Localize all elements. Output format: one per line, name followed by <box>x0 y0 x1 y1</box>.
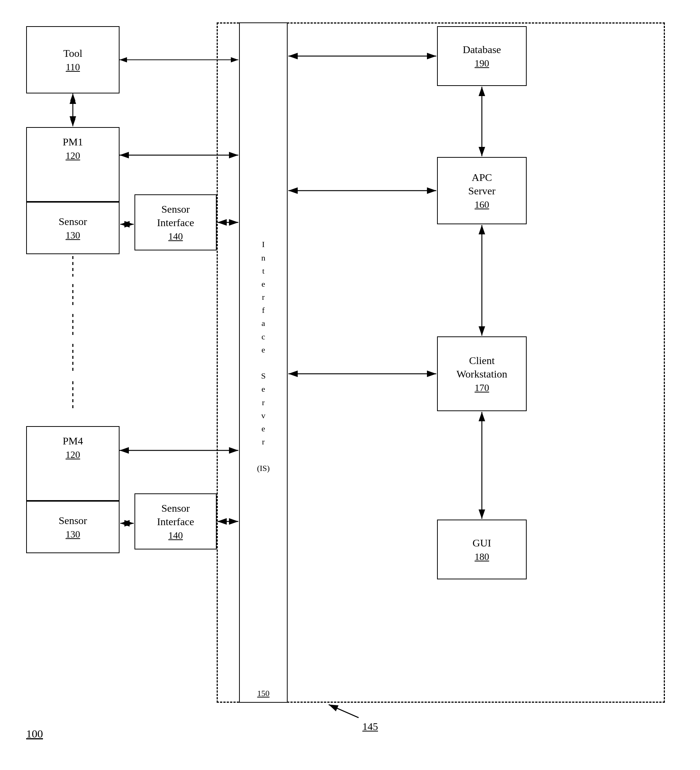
sensor1-box: Sensor 130 <box>26 202 119 254</box>
sensor1-number: 130 <box>66 230 80 241</box>
client-workstation-box: ClientWorkstation 170 <box>437 336 527 411</box>
pm1-box: PM1 120 <box>26 127 119 202</box>
interface-server-number: 150 <box>257 689 270 698</box>
pm1-label: PM1 <box>63 135 83 149</box>
pm1-number: 120 <box>66 150 80 162</box>
gui-box: GUI 180 <box>437 519 527 579</box>
apc-server-label: APCServer <box>468 171 495 198</box>
sensor-interface1-label: SensorInterface <box>157 202 194 230</box>
tool-box: Tool 110 <box>26 26 119 94</box>
sensor4-label: Sensor <box>59 514 87 527</box>
pm4-label: PM4 <box>63 434 83 448</box>
interface-server-text: InterfaceServer(IS) <box>257 27 270 686</box>
client-workstation-label: ClientWorkstation <box>456 354 507 381</box>
sensor-interface1-box: SensorInterface 140 <box>134 194 217 251</box>
interface-server-box: InterfaceServer(IS)150 <box>239 23 288 703</box>
client-workstation-number: 170 <box>475 382 489 394</box>
pm4-box: PM4 120 <box>26 426 119 501</box>
sensor-interface1-number: 140 <box>168 231 183 242</box>
sensor4-number: 130 <box>66 529 80 540</box>
database-number: 190 <box>475 58 489 69</box>
diagram: Tool 110 PM1 120 Sensor 130 SensorInterf… <box>15 15 685 747</box>
sensor-interface4-number: 140 <box>168 530 183 541</box>
apc-server-box: APCServer 160 <box>437 157 527 224</box>
sensor4-box: Sensor 130 <box>26 501 119 553</box>
diagram-ref-145: 145 <box>362 721 378 733</box>
sensor-interface4-box: SensorInterface 140 <box>134 493 217 550</box>
diagram-ref-100: 100 <box>26 727 43 740</box>
tool-number: 110 <box>66 61 80 73</box>
sensor1-label: Sensor <box>59 215 87 228</box>
tool-label: Tool <box>63 47 82 60</box>
database-label: Database <box>463 43 501 57</box>
gui-label: GUI <box>473 536 491 550</box>
apc-server-number: 160 <box>475 199 489 210</box>
pm4-number: 120 <box>66 449 80 461</box>
database-box: Database 190 <box>437 26 527 86</box>
svg-line-23 <box>329 705 359 718</box>
gui-number: 180 <box>475 551 489 563</box>
sensor-interface4-label: SensorInterface <box>157 501 194 529</box>
